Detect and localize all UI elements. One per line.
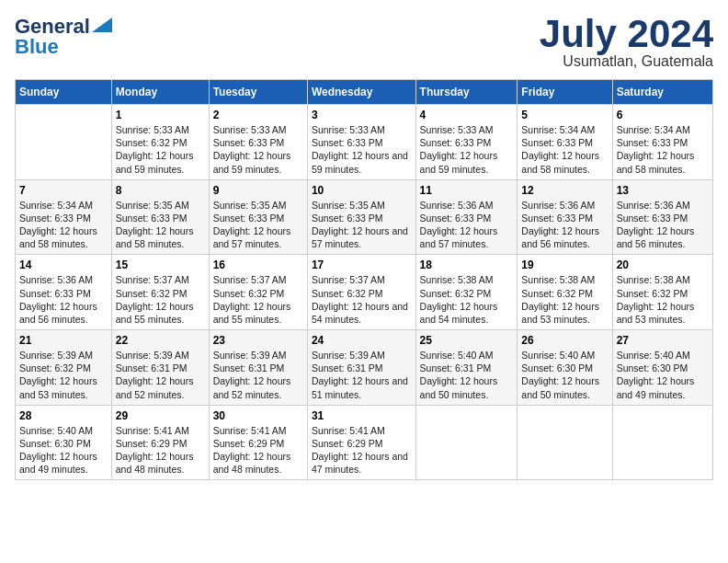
day-info: Sunrise: 5:39 AMSunset: 6:31 PMDaylight:…	[213, 349, 303, 401]
calendar-week-row: 28Sunrise: 5:40 AMSunset: 6:30 PMDayligh…	[16, 405, 713, 480]
day-number: 19	[521, 259, 608, 271]
col-wednesday: Wednesday	[307, 80, 415, 105]
day-number: 23	[213, 334, 303, 347]
table-cell: 21Sunrise: 5:39 AMSunset: 6:32 PMDayligh…	[16, 330, 112, 406]
day-info: Sunrise: 5:41 AMSunset: 6:29 PMDaylight:…	[116, 424, 205, 477]
day-number: 3	[312, 109, 412, 121]
table-cell: 1Sunrise: 5:33 AMSunset: 6:32 PMDaylight…	[111, 105, 209, 180]
day-info: Sunrise: 5:36 AMSunset: 6:33 PMDaylight:…	[19, 273, 108, 326]
table-cell: 4Sunrise: 5:33 AMSunset: 6:33 PMDaylight…	[415, 105, 518, 180]
table-cell: 2Sunrise: 5:33 AMSunset: 6:33 PMDaylight…	[209, 105, 307, 180]
day-number: 1	[116, 109, 205, 121]
day-info: Sunrise: 5:33 AMSunset: 6:33 PMDaylight:…	[420, 123, 514, 176]
calendar-week-row: 21Sunrise: 5:39 AMSunset: 6:32 PMDayligh…	[16, 330, 713, 406]
calendar-week-row: 1Sunrise: 5:33 AMSunset: 6:32 PMDaylight…	[16, 105, 713, 180]
table-cell: 3Sunrise: 5:33 AMSunset: 6:33 PMDaylight…	[307, 105, 415, 180]
table-cell: 28Sunrise: 5:40 AMSunset: 6:30 PMDayligh…	[16, 405, 112, 480]
calendar-table: Sunday Monday Tuesday Wednesday Thursday…	[15, 79, 713, 480]
table-cell	[612, 405, 712, 480]
table-cell: 27Sunrise: 5:40 AMSunset: 6:30 PMDayligh…	[612, 330, 712, 406]
day-number: 5	[521, 109, 608, 121]
table-cell: 25Sunrise: 5:40 AMSunset: 6:31 PMDayligh…	[415, 330, 518, 406]
day-number: 17	[312, 259, 412, 271]
col-monday: Monday	[111, 80, 209, 105]
table-cell: 30Sunrise: 5:41 AMSunset: 6:29 PMDayligh…	[209, 405, 307, 480]
table-cell: 31Sunrise: 5:41 AMSunset: 6:29 PMDayligh…	[307, 405, 415, 480]
table-cell: 16Sunrise: 5:37 AMSunset: 6:32 PMDayligh…	[209, 255, 307, 330]
day-number: 30	[213, 409, 303, 422]
day-number: 15	[116, 259, 205, 271]
day-info: Sunrise: 5:37 AMSunset: 6:32 PMDaylight:…	[213, 273, 303, 326]
col-sunday: Sunday	[16, 80, 112, 105]
day-number: 31	[312, 409, 412, 422]
day-number: 20	[617, 259, 709, 271]
day-number: 24	[312, 334, 412, 347]
table-cell: 7Sunrise: 5:34 AMSunset: 6:33 PMDaylight…	[16, 179, 112, 255]
day-number: 25	[420, 334, 514, 347]
day-number: 13	[617, 184, 709, 197]
logo-icon	[92, 17, 112, 32]
month-year-title: July 2024	[540, 15, 713, 53]
table-cell: 11Sunrise: 5:36 AMSunset: 6:33 PMDayligh…	[415, 179, 518, 255]
table-cell: 19Sunrise: 5:38 AMSunset: 6:32 PMDayligh…	[518, 255, 612, 330]
table-cell: 17Sunrise: 5:37 AMSunset: 6:32 PMDayligh…	[307, 255, 415, 330]
day-info: Sunrise: 5:35 AMSunset: 6:33 PMDaylight:…	[312, 199, 412, 251]
day-info: Sunrise: 5:40 AMSunset: 6:31 PMDaylight:…	[420, 349, 514, 401]
day-number: 16	[213, 259, 303, 271]
day-info: Sunrise: 5:40 AMSunset: 6:30 PMDaylight:…	[617, 349, 709, 401]
table-cell: 29Sunrise: 5:41 AMSunset: 6:29 PMDayligh…	[111, 405, 209, 480]
header: General Blue July 2024 Usumatlan, Guatem…	[15, 15, 713, 70]
day-info: Sunrise: 5:33 AMSunset: 6:33 PMDaylight:…	[213, 123, 303, 176]
day-number: 28	[19, 409, 108, 422]
logo: General Blue	[15, 15, 112, 59]
table-cell: 12Sunrise: 5:36 AMSunset: 6:33 PMDayligh…	[518, 179, 612, 255]
day-info: Sunrise: 5:39 AMSunset: 6:31 PMDaylight:…	[116, 349, 205, 401]
col-friday: Friday	[518, 80, 612, 105]
day-info: Sunrise: 5:35 AMSunset: 6:33 PMDaylight:…	[116, 199, 205, 251]
day-number: 11	[420, 184, 514, 197]
day-number: 14	[19, 259, 108, 271]
day-info: Sunrise: 5:36 AMSunset: 6:33 PMDaylight:…	[617, 199, 709, 251]
day-number: 2	[213, 109, 303, 121]
calendar-week-row: 7Sunrise: 5:34 AMSunset: 6:33 PMDaylight…	[16, 179, 713, 255]
day-number: 22	[116, 334, 205, 347]
day-info: Sunrise: 5:40 AMSunset: 6:30 PMDaylight:…	[521, 349, 608, 401]
table-cell: 22Sunrise: 5:39 AMSunset: 6:31 PMDayligh…	[111, 330, 209, 406]
table-cell: 10Sunrise: 5:35 AMSunset: 6:33 PMDayligh…	[307, 179, 415, 255]
day-info: Sunrise: 5:41 AMSunset: 6:29 PMDaylight:…	[213, 424, 303, 477]
day-number: 29	[116, 409, 205, 422]
day-number: 27	[617, 334, 709, 347]
table-cell: 26Sunrise: 5:40 AMSunset: 6:30 PMDayligh…	[518, 330, 612, 406]
day-info: Sunrise: 5:37 AMSunset: 6:32 PMDaylight:…	[312, 273, 412, 326]
location-subtitle: Usumatlan, Guatemala	[540, 53, 713, 70]
day-number: 9	[213, 184, 303, 197]
table-cell	[415, 405, 518, 480]
table-cell: 23Sunrise: 5:39 AMSunset: 6:31 PMDayligh…	[209, 330, 307, 406]
day-info: Sunrise: 5:38 AMSunset: 6:32 PMDaylight:…	[521, 273, 608, 326]
table-cell	[16, 105, 112, 180]
day-info: Sunrise: 5:36 AMSunset: 6:33 PMDaylight:…	[521, 199, 608, 251]
table-cell: 8Sunrise: 5:35 AMSunset: 6:33 PMDaylight…	[111, 179, 209, 255]
day-info: Sunrise: 5:33 AMSunset: 6:33 PMDaylight:…	[312, 123, 412, 176]
table-cell: 15Sunrise: 5:37 AMSunset: 6:32 PMDayligh…	[111, 255, 209, 330]
day-info: Sunrise: 5:38 AMSunset: 6:32 PMDaylight:…	[617, 273, 709, 326]
day-info: Sunrise: 5:37 AMSunset: 6:32 PMDaylight:…	[116, 273, 205, 326]
svg-marker-0	[92, 17, 112, 32]
day-info: Sunrise: 5:38 AMSunset: 6:32 PMDaylight:…	[420, 273, 514, 326]
day-number: 4	[420, 109, 514, 121]
table-cell	[518, 405, 612, 480]
day-info: Sunrise: 5:40 AMSunset: 6:30 PMDaylight:…	[19, 424, 108, 477]
day-number: 8	[116, 184, 205, 197]
day-info: Sunrise: 5:34 AMSunset: 6:33 PMDaylight:…	[521, 123, 608, 176]
col-tuesday: Tuesday	[209, 80, 307, 105]
title-area: July 2024 Usumatlan, Guatemala	[540, 15, 713, 70]
day-number: 18	[420, 259, 514, 271]
day-info: Sunrise: 5:36 AMSunset: 6:33 PMDaylight:…	[420, 199, 514, 251]
day-number: 10	[312, 184, 412, 197]
table-cell: 18Sunrise: 5:38 AMSunset: 6:32 PMDayligh…	[415, 255, 518, 330]
table-cell: 9Sunrise: 5:35 AMSunset: 6:33 PMDaylight…	[209, 179, 307, 255]
day-number: 21	[19, 334, 108, 347]
day-info: Sunrise: 5:35 AMSunset: 6:33 PMDaylight:…	[213, 199, 303, 251]
day-info: Sunrise: 5:34 AMSunset: 6:33 PMDaylight:…	[617, 123, 709, 176]
col-saturday: Saturday	[612, 80, 712, 105]
